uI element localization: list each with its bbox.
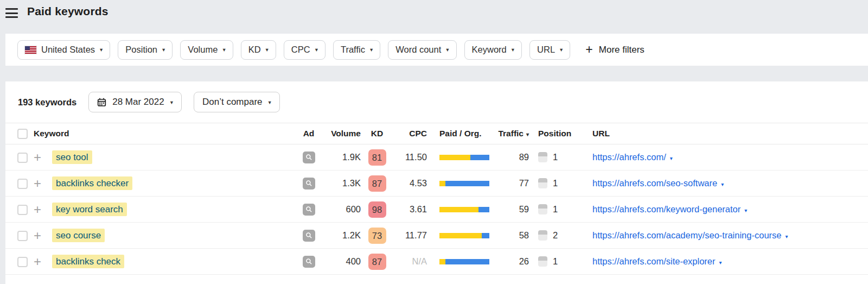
filter-url-button[interactable]: URL ▾: [529, 40, 570, 60]
chevron-down-icon: ▾: [560, 47, 563, 53]
add-keyword-icon[interactable]: +: [34, 254, 41, 269]
table-header-row: Keyword Ad Volume KD CPC Paid / Org. Tra…: [5, 123, 868, 144]
paid-org-bar: [439, 233, 489, 238]
add-keyword-icon[interactable]: +: [34, 202, 41, 217]
column-header-volume[interactable]: Volume: [320, 123, 362, 144]
paid-bar-segment: [439, 233, 482, 238]
position-value: 1: [553, 204, 558, 214]
url-text: https://ahrefs.com/seo-software: [592, 178, 717, 188]
row-checkbox[interactable]: [17, 205, 28, 215]
row-checkbox[interactable]: [17, 257, 28, 267]
paid-bar-segment: [439, 181, 445, 186]
table-row: + seo course 1.2K 73 11.77 58 2 https://…: [5, 223, 868, 249]
plus-icon: +: [585, 43, 592, 56]
url-link[interactable]: https://ahrefs.com/seo-software▾: [592, 178, 724, 188]
column-header-paid-org[interactable]: Paid / Org.: [430, 123, 495, 144]
paid-bar-segment: [439, 207, 478, 212]
us-flag-icon: [25, 46, 36, 54]
filter-traffic-button[interactable]: Traffic ▾: [333, 40, 380, 60]
date-picker-button[interactable]: 28 Mar 2022 ▾: [88, 92, 182, 112]
traffic-value: 89: [495, 144, 531, 171]
row-checkbox[interactable]: [17, 153, 28, 163]
position-value: 1: [553, 178, 558, 188]
filter-label: CPC: [291, 45, 310, 55]
filter-bar: United States ▾ Position ▾ Volume ▾ KD ▾…: [5, 34, 868, 66]
traffic-value: 26: [495, 249, 531, 275]
chevron-down-icon: ▾: [446, 47, 449, 53]
chevron-down-icon: ▾: [370, 47, 373, 53]
chevron-down-icon: ▾: [266, 47, 269, 53]
chevron-down-icon: ▾: [721, 181, 724, 187]
url-link[interactable]: https://ahrefs.com/▾: [592, 152, 673, 162]
keyword-link[interactable]: backlinks check: [52, 255, 124, 268]
url-link[interactable]: https://ahrefs.com/academy/seo-training-…: [592, 230, 788, 240]
more-filters-label: More filters: [599, 45, 644, 55]
position-value: 1: [553, 152, 558, 162]
chevron-down-icon: ▾: [170, 99, 173, 105]
filter-cpc-button[interactable]: CPC ▾: [284, 40, 326, 60]
filter-volume-button[interactable]: Volume ▾: [180, 40, 233, 60]
paid-org-bar: [439, 181, 489, 186]
column-header-kd[interactable]: KD: [362, 123, 392, 144]
serp-preview-icon[interactable]: [303, 256, 315, 268]
kd-badge: 73: [368, 228, 386, 244]
kd-badge: 98: [368, 201, 386, 218]
hamburger-menu-icon[interactable]: [5, 5, 18, 21]
filter-label: Volume: [188, 45, 218, 55]
filter-keyword-button[interactable]: Keyword ▾: [464, 40, 522, 60]
url-text: https://ahrefs.com/: [592, 152, 666, 162]
paid-bar-segment: [439, 259, 445, 264]
chevron-down-icon: ▾: [162, 47, 165, 53]
position-value: 1: [553, 256, 558, 266]
filter-label: Traffic: [341, 45, 365, 55]
keyword-link[interactable]: seo course: [52, 229, 105, 242]
serp-preview-icon[interactable]: [303, 178, 315, 190]
traffic-value: 77: [495, 171, 531, 197]
traffic-value: 58: [495, 223, 531, 249]
url-link[interactable]: https://ahrefs.com/site-explorer▾: [592, 256, 722, 266]
column-header-position[interactable]: Position: [531, 123, 577, 144]
sort-caret-icon: ▾: [526, 131, 529, 137]
column-header-ad[interactable]: Ad: [298, 123, 320, 144]
volume-value: 1.3K: [320, 171, 362, 197]
filter-kd-button[interactable]: KD ▾: [241, 40, 276, 60]
filter-position-button[interactable]: Position ▾: [118, 40, 173, 60]
add-keyword-icon[interactable]: +: [34, 176, 41, 191]
column-header-traffic[interactable]: Traffic▾: [495, 123, 531, 144]
serp-preview-icon[interactable]: [303, 152, 315, 163]
more-filters-button[interactable]: + More filters: [582, 43, 648, 56]
calendar-icon: [97, 98, 106, 107]
filter-word-count-button[interactable]: Word count ▾: [388, 40, 456, 60]
chevron-down-icon: ▾: [670, 155, 673, 161]
keywords-count: 193 keywords: [18, 97, 76, 108]
row-checkbox[interactable]: [17, 231, 28, 241]
filter-label: Position: [125, 45, 157, 55]
filter-country-label: United States: [41, 45, 95, 55]
select-all-checkbox[interactable]: [17, 129, 28, 139]
compare-mode-button[interactable]: Don’t compare ▾: [194, 92, 280, 112]
add-keyword-icon[interactable]: +: [34, 228, 41, 243]
volume-value: 1.2K: [320, 223, 362, 249]
url-text: https://ahrefs.com/academy/seo-training-…: [592, 230, 782, 240]
filter-label: KD: [248, 45, 261, 55]
kd-badge: 87: [368, 175, 386, 192]
column-header-keyword[interactable]: Keyword: [34, 123, 298, 144]
add-keyword-icon[interactable]: +: [34, 150, 41, 165]
chevron-down-icon: ▾: [512, 47, 514, 53]
url-link[interactable]: https://ahrefs.com/keyword-generator▾: [592, 204, 747, 214]
serp-preview-icon[interactable]: [303, 204, 315, 216]
page-title: Paid keywords: [27, 5, 108, 18]
keyword-link[interactable]: backlinks checker: [52, 176, 132, 190]
keyword-link[interactable]: seo tool: [52, 150, 92, 164]
cpc-value: N/A: [392, 249, 430, 275]
row-checkbox[interactable]: [17, 179, 28, 189]
column-header-cpc[interactable]: CPC: [392, 123, 430, 144]
filter-country-button[interactable]: United States ▾: [17, 40, 110, 60]
url-text: https://ahrefs.com/keyword-generator: [592, 204, 741, 214]
app-header: Paid keywords: [0, 0, 868, 34]
table-row: + key word search 600 98 3.61 59 1 https…: [5, 197, 868, 223]
keyword-link[interactable]: key word search: [52, 203, 127, 216]
paid-org-bar: [439, 259, 489, 264]
serp-preview-icon[interactable]: [303, 230, 315, 242]
column-header-url[interactable]: URL: [577, 123, 868, 144]
